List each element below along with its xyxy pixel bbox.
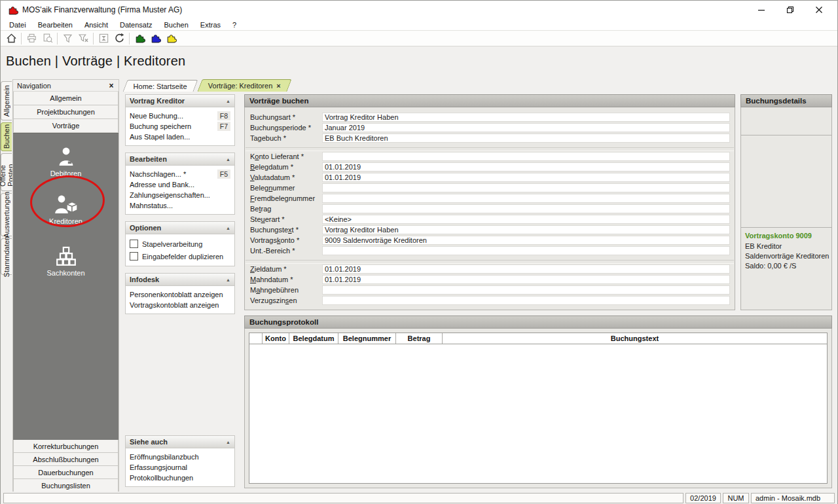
toolbar-separator bbox=[57, 33, 58, 45]
column-header-betrag[interactable]: Betrag bbox=[396, 333, 443, 344]
doc-tab-home-startseite[interactable]: Home: Startseite bbox=[123, 80, 198, 92]
section-header-siehe-auch[interactable]: Siehe auch▲ bbox=[125, 435, 235, 448]
task-link-zahlungseigenschaften[interactable]: Zahlungseigenschaften... bbox=[130, 190, 230, 200]
task-link-personenkontoblatt-anzeigen[interactable]: Personenkontoblatt anzeigen bbox=[130, 289, 230, 300]
field-fremdbelegnummer[interactable] bbox=[322, 194, 730, 203]
menu-item-datensatz[interactable]: Datensatz bbox=[114, 20, 158, 30]
field-label-tagebuch: Tagebuch * bbox=[245, 134, 322, 142]
field-verzugszinsen[interactable] bbox=[322, 296, 730, 305]
module-tab-buchen[interactable]: Buchen bbox=[1, 122, 12, 151]
task-link-eroeffnungsbilanzbuch[interactable]: Eröffnungsbilanzbuch bbox=[130, 452, 230, 462]
task-link-adresse-und-bank[interactable]: Adresse und Bank... bbox=[130, 179, 230, 190]
toolbar-home-button[interactable] bbox=[3, 31, 19, 46]
nav-button-dauerbuchungen[interactable]: Dauerbuchungen bbox=[13, 466, 118, 479]
nav-item-debitoren[interactable]: Debitoren bbox=[13, 143, 118, 177]
menu-item-ansicht[interactable]: Ansicht bbox=[79, 20, 114, 30]
column-header-konto[interactable]: Konto bbox=[263, 333, 289, 344]
toolbar-module-green-button[interactable] bbox=[132, 31, 147, 46]
task-link-buchung-speichern[interactable]: Buchung speichernF7 bbox=[130, 121, 230, 132]
section-header-optionen[interactable]: Optionen▲ bbox=[125, 221, 235, 234]
menu-item-extras[interactable]: Extras bbox=[194, 20, 227, 30]
section-header-vortrag-kreditor[interactable]: Vortrag Kreditor▲ bbox=[125, 94, 235, 107]
navigation-top-buttons: AllgemeinProjektbuchungenVorträge bbox=[13, 92, 118, 133]
collapse-arrow-icon[interactable]: ▲ bbox=[226, 440, 230, 444]
field-steuerart[interactable]: <Keine> bbox=[322, 215, 730, 224]
section-header-bearbeiten[interactable]: Bearbeiten▲ bbox=[125, 153, 235, 166]
menu-item-item[interactable]: ? bbox=[227, 20, 242, 30]
field-buchungsart[interactable]: Vortrag Kreditor Haben bbox=[322, 113, 730, 122]
field-vortragskonto[interactable]: 9009 Saldenvorträge Kreditoren bbox=[322, 236, 730, 245]
pin-icon[interactable] bbox=[96, 81, 106, 90]
blocks-icon bbox=[54, 242, 78, 267]
field-belegdatum[interactable]: 01.01.2019 bbox=[322, 162, 730, 171]
field-zieldatum[interactable]: 01.01.2019 bbox=[322, 264, 730, 274]
field-belegnummer[interactable] bbox=[322, 183, 730, 192]
field-mahndatum[interactable]: 01.01.2019 bbox=[322, 275, 730, 284]
status-period: 02/2019 bbox=[685, 493, 721, 503]
collapse-arrow-icon[interactable]: ▲ bbox=[226, 157, 230, 162]
field-valutadatum[interactable]: 01.01.2019 bbox=[322, 173, 730, 182]
menu-item-buchen[interactable]: Buchen bbox=[158, 20, 194, 30]
restore-button[interactable] bbox=[776, 1, 805, 18]
minimize-button[interactable] bbox=[747, 1, 776, 18]
close-icon[interactable]: × bbox=[106, 81, 117, 90]
close-button[interactable] bbox=[805, 1, 833, 18]
column-header-belegdatum[interactable]: Belegdatum bbox=[289, 333, 338, 344]
column-header-buchungstext[interactable]: Buchungstext bbox=[443, 333, 827, 344]
form-row-belegdatum: Belegdatum *01.01.2019 bbox=[245, 162, 735, 172]
field-buchungsperiode[interactable]: Januar 2019 bbox=[322, 123, 730, 132]
checkbox-eingabefelder-duplizieren[interactable] bbox=[130, 252, 138, 261]
details-section-empty-1 bbox=[741, 107, 831, 135]
field-buchungstext[interactable]: Vortrag Kreditor Haben bbox=[322, 225, 730, 234]
doc-tab-vortraege-kreditoren[interactable]: Vorträge: Kreditoren× bbox=[197, 79, 291, 92]
menu-item-bearbeiten[interactable]: Bearbeiten bbox=[32, 20, 79, 30]
task-link-nachschlagen[interactable]: Nachschlagen... *F5 bbox=[130, 169, 230, 179]
task-link-aus-stapel-laden[interactable]: Aus Stapel laden... bbox=[130, 132, 230, 142]
toolbar-module-yellow-button[interactable] bbox=[163, 31, 179, 46]
details-account-lines: EB KreditorSaldenvorträge KreditorenSald… bbox=[745, 242, 828, 271]
checkbox-stapelverarbeitung[interactable] bbox=[130, 240, 138, 248]
field-betrag[interactable] bbox=[322, 204, 730, 213]
task-link-label: Eröffnungsbilanzbuch bbox=[130, 453, 230, 461]
column-header-belegnummer[interactable]: Belegnummer bbox=[338, 333, 396, 344]
nav-button-projektbuchungen[interactable]: Projektbuchungen bbox=[13, 105, 118, 119]
collapse-arrow-icon[interactable]: ▲ bbox=[226, 278, 230, 282]
module-tab-stammdaten[interactable]: Stammdaten bbox=[1, 238, 12, 275]
module-tab-auswertungen[interactable]: Auswertungen bbox=[1, 193, 12, 236]
field-mahngebuehren[interactable] bbox=[322, 285, 730, 295]
collapse-arrow-icon[interactable]: ▲ bbox=[226, 99, 230, 103]
details-account-title: Vortragskonto 9009 bbox=[745, 232, 828, 240]
nav-button-buchungslisten[interactable]: Buchungslisten bbox=[13, 479, 118, 492]
task-link-protokollbuchungen[interactable]: Protokollbuchungen bbox=[130, 473, 230, 483]
checkbox-row-eingabefelder-duplizieren[interactable]: Eingabefelder duplizieren bbox=[130, 250, 230, 262]
nav-item-sachkonten[interactable]: Sachkonten bbox=[13, 242, 118, 277]
section-header-infodesk[interactable]: Infodesk▲ bbox=[125, 273, 235, 286]
task-link-vortragskontoblatt-anzeigen[interactable]: Vortragskontoblatt anzeigen bbox=[130, 300, 230, 310]
protocol-table-header: KontoBelegdatumBelegnummerBetragBuchungs… bbox=[249, 333, 827, 344]
field-konto-lieferant[interactable] bbox=[322, 152, 730, 161]
booking-form-title: Vorträge buchen bbox=[244, 94, 735, 107]
task-link-mahnstatus[interactable]: Mahnstatus... bbox=[130, 200, 230, 211]
task-link-neue-buchung[interactable]: Neue Buchung...F8 bbox=[130, 111, 230, 121]
form-row-fremdbelegnummer: Fremdbelegnummer bbox=[245, 193, 735, 204]
nav-button-allgemein[interactable]: Allgemein bbox=[13, 92, 118, 105]
task-link-erfassungsjournal[interactable]: Erfassungsjournal bbox=[130, 462, 230, 473]
module-tab-allgemein[interactable]: Allgemein bbox=[1, 81, 12, 120]
toolbar-refresh-button[interactable] bbox=[111, 31, 127, 46]
module-tab-label: Buchen bbox=[3, 120, 10, 153]
column-header-rowmark[interactable] bbox=[249, 333, 263, 344]
menu-item-datei[interactable]: Datei bbox=[3, 20, 32, 30]
nav-button-vortraege[interactable]: Vorträge bbox=[13, 119, 118, 133]
section-siehe-auch: Siehe auch▲EröffnungsbilanzbuchErfassung… bbox=[125, 435, 235, 487]
section-title: Vortrag Kreditor bbox=[130, 97, 226, 105]
tab-close-icon[interactable]: × bbox=[276, 82, 280, 90]
doc-tab-label: Home: Startseite bbox=[134, 82, 187, 90]
field-tagebuch[interactable]: EB Buch Kreditoren bbox=[322, 134, 730, 143]
toolbar-module-blue-button[interactable] bbox=[147, 31, 163, 46]
module-tab-offene-posten[interactable]: Offene Posten bbox=[1, 153, 12, 191]
nav-button-korrekturbuchungen[interactable]: Korrekturbuchungen bbox=[13, 440, 118, 453]
collapse-arrow-icon[interactable]: ▲ bbox=[226, 226, 230, 230]
nav-button-abschlussbuchungen[interactable]: Abschlußbuchungen bbox=[13, 453, 118, 466]
field-unt-bereich[interactable] bbox=[322, 246, 730, 255]
checkbox-row-stapelverarbeitung[interactable]: Stapelverarbeitung bbox=[130, 238, 230, 250]
